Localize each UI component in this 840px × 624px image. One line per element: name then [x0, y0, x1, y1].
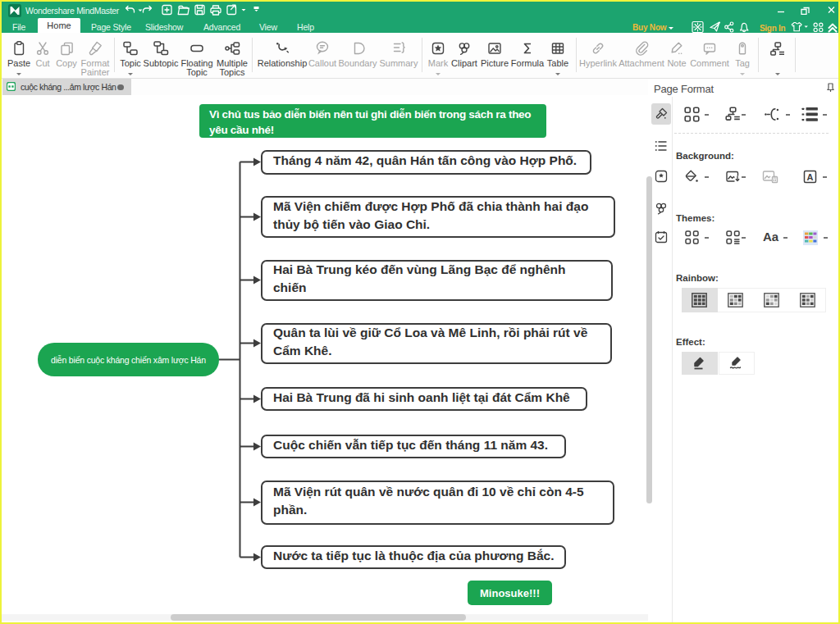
svg-text:A: A: [807, 172, 814, 182]
